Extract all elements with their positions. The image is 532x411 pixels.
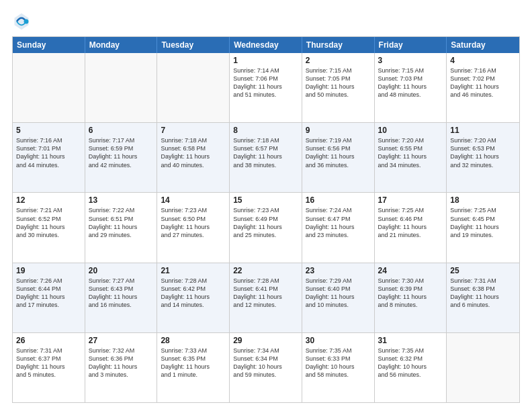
svg-point-1: [24, 19, 29, 24]
calendar-cell-row4-col1: 27Sunrise: 7:32 AM Sunset: 6:36 PM Dayli…: [85, 333, 158, 402]
cell-info: Sunrise: 7:30 AM Sunset: 6:39 PM Dayligh…: [378, 277, 443, 310]
calendar-body: 1Sunrise: 7:14 AM Sunset: 7:06 PM Daylig…: [13, 53, 519, 402]
day-number: 5: [16, 126, 81, 135]
cell-info: Sunrise: 7:17 AM Sunset: 6:59 PM Dayligh…: [89, 136, 154, 169]
calendar-row-0: 1Sunrise: 7:14 AM Sunset: 7:06 PM Daylig…: [13, 53, 519, 122]
cell-info: Sunrise: 7:35 AM Sunset: 6:33 PM Dayligh…: [306, 347, 371, 379]
cell-info: Sunrise: 7:27 AM Sunset: 6:43 PM Dayligh…: [89, 277, 154, 310]
calendar-cell-row4-col6: [447, 333, 519, 402]
day-number: 27: [89, 336, 154, 345]
calendar-cell-row1-col4: 9Sunrise: 7:19 AM Sunset: 6:56 PM Daylig…: [302, 123, 375, 192]
calendar-cell-row2-col2: 14Sunrise: 7:23 AM Sunset: 6:50 PM Dayli…: [157, 193, 230, 262]
calendar: SundayMondayTuesdayWednesdayThursdayFrid…: [12, 36, 520, 403]
cell-info: Sunrise: 7:22 AM Sunset: 6:51 PM Dayligh…: [89, 206, 154, 239]
calendar-header: SundayMondayTuesdayWednesdayThursdayFrid…: [13, 37, 519, 53]
calendar-cell-row2-col1: 13Sunrise: 7:22 AM Sunset: 6:51 PM Dayli…: [85, 193, 158, 262]
calendar-cell-row0-col0: [13, 53, 85, 122]
calendar-cell-row2-col3: 15Sunrise: 7:23 AM Sunset: 6:49 PM Dayli…: [230, 193, 302, 262]
day-number: 14: [161, 195, 226, 205]
day-number: 4: [450, 56, 516, 65]
cell-info: Sunrise: 7:24 AM Sunset: 6:47 PM Dayligh…: [306, 206, 371, 239]
calendar-row-4: 26Sunrise: 7:31 AM Sunset: 6:37 PM Dayli…: [13, 332, 519, 402]
cell-info: Sunrise: 7:18 AM Sunset: 6:58 PM Dayligh…: [161, 136, 226, 169]
calendar-cell-row0-col3: 1Sunrise: 7:14 AM Sunset: 7:06 PM Daylig…: [230, 53, 302, 122]
calendar-cell-row0-col1: [85, 53, 158, 122]
cell-info: Sunrise: 7:15 AM Sunset: 7:05 PM Dayligh…: [306, 66, 371, 99]
cell-info: Sunrise: 7:28 AM Sunset: 6:41 PM Dayligh…: [233, 277, 298, 310]
logo: [12, 12, 35, 31]
day-number: 22: [233, 266, 298, 275]
calendar-cell-row1-col3: 8Sunrise: 7:18 AM Sunset: 6:57 PM Daylig…: [230, 123, 302, 192]
day-number: 24: [378, 266, 443, 275]
cell-info: Sunrise: 7:14 AM Sunset: 7:06 PM Dayligh…: [233, 66, 298, 99]
day-number: 18: [450, 195, 516, 205]
calendar-cell-row2-col6: 18Sunrise: 7:25 AM Sunset: 6:45 PM Dayli…: [447, 193, 519, 262]
day-number: 8: [233, 126, 298, 135]
page: SundayMondayTuesdayWednesdayThursdayFrid…: [0, 0, 532, 411]
calendar-cell-row1-col1: 6Sunrise: 7:17 AM Sunset: 6:59 PM Daylig…: [85, 123, 158, 192]
calendar-cell-row3-col5: 24Sunrise: 7:30 AM Sunset: 6:39 PM Dayli…: [375, 263, 447, 332]
day-number: 7: [161, 126, 226, 135]
day-number: 31: [378, 336, 443, 345]
cell-info: Sunrise: 7:31 AM Sunset: 6:37 PM Dayligh…: [16, 347, 81, 379]
day-number: 2: [306, 56, 371, 65]
calendar-cell-row3-col2: 21Sunrise: 7:28 AM Sunset: 6:42 PM Dayli…: [157, 263, 230, 332]
calendar-row-3: 19Sunrise: 7:26 AM Sunset: 6:44 PM Dayli…: [13, 263, 519, 332]
calendar-cell-row1-col2: 7Sunrise: 7:18 AM Sunset: 6:58 PM Daylig…: [157, 123, 230, 192]
calendar-row-1: 5Sunrise: 7:16 AM Sunset: 7:01 PM Daylig…: [13, 122, 519, 192]
calendar-cell-row4-col2: 28Sunrise: 7:33 AM Sunset: 6:35 PM Dayli…: [157, 333, 230, 402]
cell-info: Sunrise: 7:34 AM Sunset: 6:34 PM Dayligh…: [233, 347, 298, 379]
calendar-cell-row4-col3: 29Sunrise: 7:34 AM Sunset: 6:34 PM Dayli…: [230, 333, 302, 402]
calendar-row-2: 12Sunrise: 7:21 AM Sunset: 6:52 PM Dayli…: [13, 192, 519, 262]
calendar-cell-row4-col0: 26Sunrise: 7:31 AM Sunset: 6:37 PM Dayli…: [13, 333, 85, 402]
weekday-header-monday: Monday: [85, 37, 158, 53]
cell-info: Sunrise: 7:21 AM Sunset: 6:52 PM Dayligh…: [16, 206, 81, 239]
calendar-cell-row3-col3: 22Sunrise: 7:28 AM Sunset: 6:41 PM Dayli…: [230, 263, 302, 332]
calendar-cell-row1-col6: 11Sunrise: 7:20 AM Sunset: 6:53 PM Dayli…: [447, 123, 519, 192]
cell-info: Sunrise: 7:18 AM Sunset: 6:57 PM Dayligh…: [233, 136, 298, 169]
cell-info: Sunrise: 7:20 AM Sunset: 6:53 PM Dayligh…: [450, 136, 516, 169]
day-number: 25: [450, 266, 516, 275]
calendar-cell-row3-col1: 20Sunrise: 7:27 AM Sunset: 6:43 PM Dayli…: [85, 263, 158, 332]
weekday-header-sunday: Sunday: [13, 37, 85, 53]
cell-info: Sunrise: 7:15 AM Sunset: 7:03 PM Dayligh…: [378, 66, 443, 99]
day-number: 11: [450, 126, 516, 135]
calendar-cell-row3-col0: 19Sunrise: 7:26 AM Sunset: 6:44 PM Dayli…: [13, 263, 85, 332]
day-number: 19: [16, 266, 81, 275]
day-number: 1: [233, 56, 298, 65]
cell-info: Sunrise: 7:25 AM Sunset: 6:45 PM Dayligh…: [450, 206, 516, 239]
calendar-cell-row3-col4: 23Sunrise: 7:29 AM Sunset: 6:40 PM Dayli…: [302, 263, 375, 332]
calendar-cell-row2-col5: 17Sunrise: 7:25 AM Sunset: 6:46 PM Dayli…: [375, 193, 447, 262]
weekday-header-tuesday: Tuesday: [157, 37, 230, 53]
cell-info: Sunrise: 7:23 AM Sunset: 6:50 PM Dayligh…: [161, 206, 226, 239]
cell-info: Sunrise: 7:31 AM Sunset: 6:38 PM Dayligh…: [450, 277, 516, 310]
calendar-cell-row4-col5: 31Sunrise: 7:35 AM Sunset: 6:32 PM Dayli…: [375, 333, 447, 402]
cell-info: Sunrise: 7:23 AM Sunset: 6:49 PM Dayligh…: [233, 206, 298, 239]
day-number: 3: [378, 56, 443, 65]
calendar-cell-row0-col6: 4Sunrise: 7:16 AM Sunset: 7:02 PM Daylig…: [447, 53, 519, 122]
day-number: 17: [378, 195, 443, 205]
weekday-header-wednesday: Wednesday: [230, 37, 302, 53]
day-number: 30: [306, 336, 371, 345]
cell-info: Sunrise: 7:32 AM Sunset: 6:36 PM Dayligh…: [89, 347, 154, 379]
calendar-cell-row1-col0: 5Sunrise: 7:16 AM Sunset: 7:01 PM Daylig…: [13, 123, 85, 192]
weekday-header-friday: Friday: [375, 37, 447, 53]
day-number: 23: [306, 266, 371, 275]
day-number: 26: [16, 336, 81, 345]
cell-info: Sunrise: 7:25 AM Sunset: 6:46 PM Dayligh…: [378, 206, 443, 239]
day-number: 12: [16, 195, 81, 205]
day-number: 6: [89, 126, 154, 135]
cell-info: Sunrise: 7:28 AM Sunset: 6:42 PM Dayligh…: [161, 277, 226, 310]
day-number: 9: [306, 126, 371, 135]
cell-info: Sunrise: 7:16 AM Sunset: 7:01 PM Dayligh…: [16, 136, 81, 169]
calendar-cell-row4-col4: 30Sunrise: 7:35 AM Sunset: 6:33 PM Dayli…: [302, 333, 375, 402]
cell-info: Sunrise: 7:20 AM Sunset: 6:55 PM Dayligh…: [378, 136, 443, 169]
top-section: [12, 12, 520, 31]
day-number: 16: [306, 195, 371, 205]
calendar-cell-row3-col6: 25Sunrise: 7:31 AM Sunset: 6:38 PM Dayli…: [447, 263, 519, 332]
day-number: 29: [233, 336, 298, 345]
calendar-cell-row2-col0: 12Sunrise: 7:21 AM Sunset: 6:52 PM Dayli…: [13, 193, 85, 262]
cell-info: Sunrise: 7:33 AM Sunset: 6:35 PM Dayligh…: [161, 347, 226, 379]
day-number: 13: [89, 195, 154, 205]
calendar-cell-row0-col4: 2Sunrise: 7:15 AM Sunset: 7:05 PM Daylig…: [302, 53, 375, 122]
